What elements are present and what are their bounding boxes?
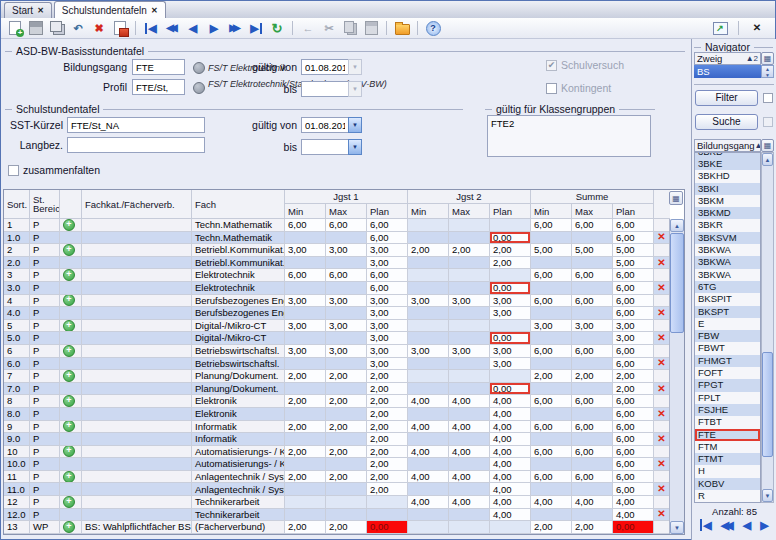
cell-value[interactable] xyxy=(285,408,326,421)
cell-fachkat[interactable] xyxy=(82,408,192,421)
cell-value[interactable] xyxy=(326,383,367,396)
sst-bis-field[interactable] xyxy=(301,139,349,155)
cell-value[interactable] xyxy=(367,496,408,509)
cell-fach[interactable]: Anlagentechnik / Systemtech... xyxy=(192,483,285,496)
cell-value[interactable]: 2,00 xyxy=(572,370,613,383)
table-row[interactable]: 11.0PAnlagentechnik / Systemtech...2,004… xyxy=(4,483,670,496)
cell-bereich[interactable]: P xyxy=(30,332,60,345)
cell-value[interactable]: 2,00 xyxy=(531,521,572,534)
cell-value[interactable] xyxy=(285,257,326,270)
cell-fachkat[interactable] xyxy=(82,358,192,371)
cell-value[interactable]: 6,00 xyxy=(613,345,654,358)
cell-fachkat[interactable] xyxy=(82,244,192,257)
cell-value[interactable]: 3,00 xyxy=(367,307,408,320)
cell-fach[interactable]: Anlagentechnik / Systemtech... xyxy=(192,471,285,484)
cell-sort[interactable]: 12 xyxy=(4,496,30,509)
cell-value[interactable]: 3,00 xyxy=(326,320,367,333)
basis-bis-dropdown[interactable]: ▼ xyxy=(348,81,362,97)
cell-value[interactable] xyxy=(490,521,531,534)
cell-value[interactable] xyxy=(531,257,572,270)
delete-row-icon[interactable]: ✕ xyxy=(657,409,665,419)
cell-fach[interactable]: Planung/Dokument. xyxy=(192,370,285,383)
cell-sort[interactable]: 4.0 xyxy=(4,307,30,320)
table-row[interactable]: 9P+Informatik2,002,002,004,004,004,006,0… xyxy=(4,421,670,434)
table-row[interactable]: 6P+Betriebswirtschaftsl.3,003,003,003,00… xyxy=(4,345,670,358)
cell-value[interactable] xyxy=(531,458,572,471)
cell-bereich[interactable]: P xyxy=(30,471,60,484)
list-item[interactable]: FTM xyxy=(695,441,760,453)
tab-close-icon[interactable]: ✕ xyxy=(151,6,158,15)
cell-value[interactable]: 6,00 xyxy=(531,295,572,308)
cell-value[interactable]: 6,00 xyxy=(531,471,572,484)
cell-value[interactable]: 0,00 xyxy=(367,521,408,534)
cell-value[interactable] xyxy=(572,332,613,345)
cell-value[interactable] xyxy=(449,307,490,320)
cell-value[interactable] xyxy=(408,219,449,232)
list-item[interactable]: FPGT xyxy=(695,379,760,391)
list-item[interactable]: 3BKWA xyxy=(695,256,760,268)
cell-fachkat[interactable] xyxy=(82,269,192,282)
cell-value[interactable] xyxy=(449,509,490,522)
cell-bereich[interactable]: P xyxy=(30,408,60,421)
cell-value[interactable]: 3,00 xyxy=(408,345,449,358)
cell-sort[interactable]: 6 xyxy=(4,345,30,358)
zweig-list-header[interactable]: Zweig▲2 xyxy=(694,52,761,65)
add-row-icon[interactable]: + xyxy=(63,395,75,407)
cell-sort[interactable]: 5 xyxy=(4,320,30,333)
cell-sort[interactable]: 4 xyxy=(4,295,30,308)
cell-value[interactable]: 5,00 xyxy=(613,257,654,270)
delete-row-icon[interactable]: ✕ xyxy=(657,509,665,519)
table-row[interactable]: 1P+Techn.Mathematik6,006,006,006,006,006… xyxy=(4,219,670,232)
table-row[interactable]: 2.0PBetriebl.Kommunikat.3,002,005,00✕ xyxy=(4,257,670,270)
cell-value[interactable]: 4,00 xyxy=(490,458,531,471)
cell-fachkat[interactable] xyxy=(82,370,192,383)
cell-value[interactable] xyxy=(408,383,449,396)
cell-value[interactable]: 2,00 xyxy=(613,383,654,396)
basis-bis-field[interactable] xyxy=(301,81,349,97)
cell-value[interactable]: 6,00 xyxy=(572,269,613,282)
cell-value[interactable] xyxy=(449,383,490,396)
profil-field[interactable] xyxy=(132,79,185,95)
cell-fachkat[interactable] xyxy=(82,446,192,459)
cell-fach[interactable]: Informatik xyxy=(192,421,285,434)
cell-value[interactable]: 3,00 xyxy=(613,332,654,345)
cell-fachkat[interactable] xyxy=(82,332,192,345)
cell-value[interactable]: 4,00 xyxy=(449,471,490,484)
cell-value[interactable] xyxy=(531,383,572,396)
cell-bereich[interactable]: P xyxy=(30,269,60,282)
cell-value[interactable]: 6,00 xyxy=(531,421,572,434)
cell-value[interactable]: 4,00 xyxy=(613,496,654,509)
list-item[interactable]: H xyxy=(695,465,760,477)
cell-value[interactable] xyxy=(408,509,449,522)
cell-value[interactable] xyxy=(531,483,572,496)
list-item[interactable]: FTBT xyxy=(695,416,760,428)
cell-value[interactable]: 6,00 xyxy=(367,232,408,245)
table-scrollbar-thumb[interactable] xyxy=(670,233,684,333)
delete-row-icon[interactable]: ✕ xyxy=(657,258,665,268)
add-row-icon[interactable]: + xyxy=(63,370,75,382)
table-row[interactable]: 4P+Berufsbezogenes Englisch3,003,003,003… xyxy=(4,295,670,308)
cell-value[interactable]: 2,00 xyxy=(285,471,326,484)
scroll-down-icon[interactable]: ▼ xyxy=(670,521,684,534)
cell-value[interactable]: 2,00 xyxy=(367,471,408,484)
add-row-icon[interactable]: + xyxy=(63,496,75,508)
cell-value[interactable]: 3,00 xyxy=(326,244,367,257)
cell-value[interactable]: 2,00 xyxy=(326,471,367,484)
bildungsgang-field[interactable] xyxy=(132,59,185,75)
list-item[interactable]: E xyxy=(695,318,760,330)
cell-value[interactable]: 3,00 xyxy=(285,244,326,257)
cell-value[interactable]: 6,00 xyxy=(613,395,654,408)
cell-bereich[interactable]: P xyxy=(30,395,60,408)
help-button[interactable]: ? xyxy=(424,20,442,37)
bildungsgang-scrollbar-thumb[interactable] xyxy=(762,352,773,457)
cell-value[interactable] xyxy=(490,320,531,333)
nav-first-button[interactable]: ◀ xyxy=(700,519,711,531)
cell-value[interactable] xyxy=(285,458,326,471)
nav-fast-back-button[interactable]: ◀◀ xyxy=(163,20,181,37)
list-item[interactable]: 6TG xyxy=(695,281,760,293)
cell-fachkat[interactable] xyxy=(82,433,192,446)
basis-gueltig-von-dropdown[interactable]: ▼ xyxy=(348,59,362,75)
cell-sort[interactable]: 2 xyxy=(4,244,30,257)
list-item[interactable]: 3BKSVM xyxy=(695,232,760,244)
cell-fachkat[interactable] xyxy=(82,483,192,496)
